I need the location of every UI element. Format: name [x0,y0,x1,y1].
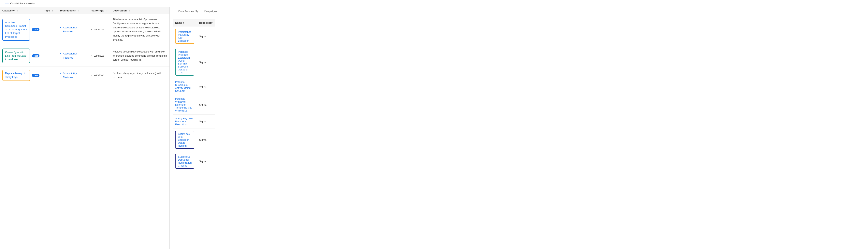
analytics-name-cell: Potential Suspicious Activity Using SeCE… [173,78,197,95]
analytics-repository-cell: Sigma [197,128,215,151]
analytics-row: Potential Suspicious Activity Using SeCE… [173,78,215,95]
description-cell: Attaches cmd.exe to a list of processes.… [110,14,169,45]
capability-cell: Attaches Command Prompt as a Debugger to… [0,14,42,45]
main-layout: Capability ⋮ Type ⋮ Technique(s) ⋮ Platf… [0,7,217,249]
filter-badge[interactable] [5,3,9,4]
left-panel: Capability ⋮ Type ⋮ Technique(s) ⋮ Platf… [0,7,169,249]
technique-cell: Accessibility Features [57,45,88,66]
technique-item[interactable]: Accessibility Features [63,26,86,34]
type-badge-1: Test [32,54,39,57]
analytics-name-cell: Sticky Key Like Backdoor Execution [173,115,197,128]
col-header-description: Description ⋮ [110,7,169,14]
platform-cell: Windows [88,45,110,66]
right-nav: Data Sources (5) Campaigns (0) Reference… [169,7,217,16]
analytics-section: Name ↑ Repository Persistence Via Sticky… [169,16,217,175]
right-panel: Data Sources (5) Campaigns (0) Reference… [169,7,217,249]
analytics-table: Name ↑ Repository Persistence Via Sticky… [173,19,215,171]
table-header-row: Capability ⋮ Type ⋮ Technique(s) ⋮ Platf… [0,7,169,14]
table-row: Create Symbolic Link From osk.exe to cmd… [0,45,169,66]
analytics-repository-cell: Sigma [197,26,215,46]
analytics-name-5[interactable]: Sticky Key Like Backdoor Usage - Registr… [175,131,194,149]
col-header-platform: Platform(s) ⋮ [88,7,110,14]
type-cell [42,14,57,45]
platform-item: Windows [94,54,108,58]
description-sort-icon[interactable]: ⋮ [128,9,130,12]
capability-name-0[interactable]: Attaches Command Prompt as a Debugger to… [2,19,30,41]
platform-item: Windows [94,73,108,77]
col-header-capability: Capability ⋮ [0,7,42,14]
platform-cell: Windows [88,14,110,45]
tab-campaigns[interactable]: Campaigns (0) [201,7,217,16]
analytics-name-4[interactable]: Sticky Key Like Backdoor Execution [175,117,192,126]
filter-description: Capabilities shown for [10,2,35,5]
description-text: Replace accessiblity executable with cmd… [113,50,167,62]
capability-cell: Create Symbolic Link From osk.exe to cmd… [0,45,42,66]
analytics-name-1[interactable]: Potential Privilege Escalation Using Sym… [175,49,194,75]
analytics-repository-cell: Sigma [197,78,215,95]
filter-bar: Capabilities shown for [0,0,217,7]
analytics-name-cell: Potential Windows Defender Tampering Via… [173,95,197,115]
analytics-name-cell: Sticky Key Like Backdoor Usage - Registr… [173,128,197,151]
tab-data-sources[interactable]: Data Sources (5) [175,7,201,16]
capability-name-2[interactable]: Replace binary of sticky keys [2,70,30,81]
platform-item: Windows [94,28,108,32]
description-cell: Replace accessiblity executable with cmd… [110,45,169,66]
col-header-technique: Technique(s) ⋮ [57,7,88,14]
description-text: Replace sticky keys binary (sethc.exe) w… [113,71,167,80]
analytics-repository-cell: Sigma [197,46,215,78]
analytics-row: Sticky Key Like Backdoor Usage - Registr… [173,128,215,151]
analytics-name-2[interactable]: Potential Suspicious Activity Using SeCE… [175,81,191,92]
technique-item[interactable]: Accessibility Features [63,52,86,60]
analytics-row: Persistence Via Sticky Key BackdoorSigma [173,26,215,46]
type-sort-icon[interactable]: ⋮ [52,9,54,12]
capability-name-1[interactable]: Create Symbolic Link From osk.exe to cmd… [2,49,30,63]
analytics-col-repository: Repository [197,19,215,26]
table-row: Attaches Command Prompt as a Debugger to… [0,14,169,45]
analytics-row: Suspicious Debugger Registration Cmdline… [173,151,215,171]
analytics-row: Potential Privilege Escalation Using Sym… [173,46,215,78]
capabilities-table: Capability ⋮ Type ⋮ Technique(s) ⋮ Platf… [0,7,169,84]
capability-cell: Replace binary of sticky keysTest [0,66,42,84]
type-badge-2: Test [32,74,39,77]
back-button[interactable] [173,9,175,14]
analytics-repository-cell: Sigma [197,115,215,128]
technique-cell: Accessibility Features [57,14,88,45]
analytics-row: Sticky Key Like Backdoor ExecutionSigma [173,115,215,128]
analytics-name-cell: Suspicious Debugger Registration Cmdline [173,151,197,171]
col-header-type: Type ⋮ [42,7,57,14]
type-cell [42,66,57,84]
technique-item[interactable]: Accessibility Features [63,71,86,80]
table-row: Replace binary of sticky keysTestAccessi… [0,66,169,84]
analytics-repository-cell: Sigma [197,151,215,171]
analytics-name-0[interactable]: Persistence Via Sticky Key Backdoor [175,29,194,44]
platform-sort-icon[interactable]: ⋮ [106,9,108,12]
analytics-row: Potential Windows Defender Tampering Via… [173,95,215,115]
description-text: Attaches cmd.exe to a list of processes.… [113,18,167,42]
technique-sort-icon[interactable]: ⋮ [77,9,79,12]
analytics-name-cell: Potential Privilege Escalation Using Sym… [173,46,197,78]
technique-cell: Accessibility Features [57,66,88,84]
platform-cell: Windows [88,66,110,84]
description-cell: Replace sticky keys binary (sethc.exe) w… [110,66,169,84]
analytics-name-6[interactable]: Suspicious Debugger Registration Cmdline [175,154,194,169]
analytics-repository-cell: Sigma [197,95,215,115]
analytics-name-3[interactable]: Potential Windows Defender Tampering Via… [175,97,191,112]
analytics-name-cell: Persistence Via Sticky Key Backdoor [173,26,197,46]
type-cell [42,45,57,66]
analytics-header-row: Name ↑ Repository [173,19,215,26]
analytics-col-name: Name ↑ [173,19,197,26]
capability-sort-icon[interactable]: ⋮ [16,9,18,12]
type-badge-0: Test [32,28,39,31]
